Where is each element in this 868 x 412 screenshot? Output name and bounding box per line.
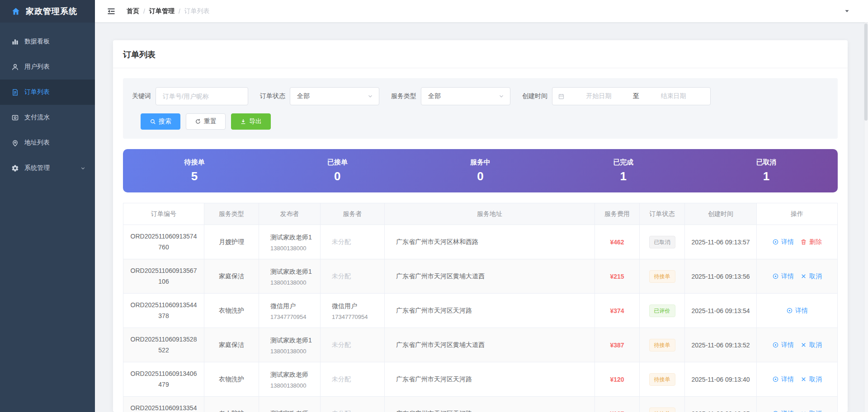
详情-action-link[interactable]: 详情 bbox=[772, 375, 794, 384]
eye-icon bbox=[772, 273, 779, 280]
created-time: 2025-11-06 09:13:54 bbox=[692, 307, 750, 314]
table-row: ORD202511060913406479衣物洗护测试家政老师138001380… bbox=[123, 362, 838, 397]
address-cell: 广东省广州市天河区天河路 bbox=[385, 362, 595, 397]
sidebar-item-label: 支付流水 bbox=[24, 113, 86, 122]
address-cell: 广东省广州市天河区天河路 bbox=[385, 397, 595, 412]
unassigned-label: 未分配 bbox=[332, 341, 351, 348]
action-label: 详情 bbox=[781, 272, 794, 281]
table-row: ORD202511060913574760月嫂护理测试家政老师113800138… bbox=[123, 225, 838, 259]
fee-value: ¥387 bbox=[610, 342, 624, 349]
server-cell: 未分配 bbox=[321, 362, 385, 397]
action-label: 取消 bbox=[809, 375, 822, 384]
sidebar-item-数据看板[interactable]: 数据看板 bbox=[0, 29, 95, 54]
breadcrumb-item-订单管理[interactable]: 订单管理 bbox=[149, 7, 175, 15]
server-cell: 未分配 bbox=[321, 328, 385, 362]
payment-icon bbox=[11, 114, 19, 122]
sidebar-item-支付流水[interactable]: 支付流水 bbox=[0, 105, 95, 130]
person-phone: 13800138000 bbox=[270, 279, 316, 286]
close-icon bbox=[800, 376, 807, 383]
action-label: 详情 bbox=[781, 341, 794, 349]
service-type-select[interactable]: 全部 bbox=[421, 87, 510, 105]
service-type-cell: 老人陪护 bbox=[204, 397, 259, 412]
breadcrumb: 首页/订单管理/订单列表 bbox=[127, 7, 210, 15]
location-icon bbox=[11, 139, 19, 147]
app-logo: 家政管理系统 bbox=[0, 0, 95, 23]
scrollbar-thumb[interactable] bbox=[864, 23, 868, 121]
date-range-picker[interactable]: 开始日期 至 结束日期 bbox=[552, 87, 711, 105]
sidebar-item-label: 地址列表 bbox=[24, 139, 86, 147]
publisher-cell: 测试家政老师 bbox=[259, 397, 321, 412]
user-menu-caret-icon[interactable] bbox=[844, 8, 850, 14]
详情-action-link[interactable]: 详情 bbox=[772, 272, 794, 281]
详情-action-link[interactable]: 详情 bbox=[772, 238, 794, 246]
column-header-服务费用: 服务费用 bbox=[595, 203, 640, 225]
person-name: 测试家政老师 bbox=[270, 409, 316, 412]
stat-已完成: 已完成1 bbox=[552, 158, 695, 183]
删除-action-link[interactable]: 删除 bbox=[800, 238, 822, 246]
keyword-filter: 关键词 bbox=[132, 87, 248, 105]
sidebar-item-地址列表[interactable]: 地址列表 bbox=[0, 130, 95, 155]
person-name: 测试家政老师 bbox=[270, 370, 316, 379]
column-header-服务者: 服务者 bbox=[321, 203, 385, 225]
address-cell: 广东省广州市天河区黄埔大道西 bbox=[385, 328, 595, 362]
person-phone: 17347770954 bbox=[270, 314, 316, 320]
address-cell: 广东省广州市天河区林和西路 bbox=[385, 225, 595, 259]
created-time: 2025-11-06 09:13:35 bbox=[692, 410, 750, 412]
service-type-cell: 家庭保洁 bbox=[204, 259, 259, 294]
详情-action-link[interactable]: 详情 bbox=[786, 307, 808, 315]
topbar: 首页/订单管理/订单列表 bbox=[95, 0, 868, 22]
sidebar-item-系统管理[interactable]: 系统管理 bbox=[0, 155, 95, 181]
publisher-cell: 测试家政老师113800138000 bbox=[259, 328, 321, 362]
reset-button[interactable]: 重置 bbox=[186, 113, 226, 130]
column-header-服务地址: 服务地址 bbox=[385, 203, 595, 225]
breadcrumb-item-首页[interactable]: 首页 bbox=[127, 7, 139, 15]
person-name: 微信用户 bbox=[270, 301, 316, 311]
status-badge: 待接单 bbox=[649, 339, 675, 351]
fee-value: ¥374 bbox=[610, 307, 624, 314]
close-icon bbox=[800, 410, 807, 412]
person-phone: 13800138000 bbox=[270, 348, 316, 355]
unassigned-label: 未分配 bbox=[332, 410, 351, 412]
person-phone: 13800138000 bbox=[270, 382, 316, 389]
order-table: 订单编号服务类型发布者服务者服务地址服务费用订单状态创建时间操作 ORD2025… bbox=[123, 203, 838, 412]
page-title: 订单列表 bbox=[123, 50, 156, 59]
page-scrollbar[interactable] bbox=[864, 0, 868, 412]
详情-action-link[interactable]: 详情 bbox=[772, 410, 794, 412]
取消-action-link[interactable]: 取消 bbox=[800, 341, 822, 349]
取消-action-link[interactable]: 取消 bbox=[800, 272, 822, 281]
sidebar: 家政管理系统 数据看板用户列表订单列表支付流水地址列表系统管理 bbox=[0, 0, 95, 412]
keyword-input[interactable] bbox=[156, 87, 248, 105]
export-button-label: 导出 bbox=[249, 117, 262, 126]
sidebar-item-用户列表[interactable]: 用户列表 bbox=[0, 54, 95, 80]
created-time: 2025-11-06 09:13:52 bbox=[692, 342, 750, 349]
service-type-label: 服务类型 bbox=[391, 92, 416, 100]
reset-button-label: 重置 bbox=[204, 117, 217, 126]
order-number: ORD202511060913574760 bbox=[128, 231, 199, 253]
filter-panel: 关键词 订单状态 全部 服务类型 bbox=[123, 78, 838, 139]
order-stats-banner: 待接单5已接单0服务中0已完成1已取消1 bbox=[123, 149, 838, 192]
action-label: 取消 bbox=[809, 410, 822, 412]
person-name: 微信用户 bbox=[332, 301, 380, 311]
table-row: ORD202511060913567106家庭保洁测试家政老师113800138… bbox=[123, 259, 838, 294]
close-icon bbox=[800, 342, 807, 348]
sidebar-collapse-icon[interactable] bbox=[107, 7, 116, 16]
search-button[interactable]: 搜索 bbox=[141, 113, 180, 130]
order-table-wrap: 订单编号服务类型发布者服务者服务地址服务费用订单状态创建时间操作 ORD2025… bbox=[123, 203, 838, 412]
search-icon bbox=[150, 118, 156, 125]
person-name: 测试家政老师1 bbox=[270, 267, 316, 276]
unassigned-label: 未分配 bbox=[332, 238, 351, 245]
详情-action-link[interactable]: 详情 bbox=[772, 341, 794, 349]
sidebar-item-订单列表[interactable]: 订单列表 bbox=[0, 80, 95, 105]
export-button[interactable]: 导出 bbox=[231, 113, 271, 130]
取消-action-link[interactable]: 取消 bbox=[800, 375, 822, 384]
action-label: 删除 bbox=[809, 238, 822, 246]
order-status-select[interactable]: 全部 bbox=[290, 87, 379, 105]
status-badge: 已评价 bbox=[649, 304, 675, 317]
column-header-创建时间: 创建时间 bbox=[685, 203, 757, 225]
取消-action-link[interactable]: 取消 bbox=[800, 410, 822, 412]
sidebar-item-label: 系统管理 bbox=[24, 164, 75, 172]
order-list-card: 订单列表 关键词 订单状态 全部 bbox=[113, 40, 848, 412]
eye-icon bbox=[772, 376, 779, 383]
document-icon bbox=[11, 89, 19, 96]
action-label: 详情 bbox=[781, 410, 794, 412]
